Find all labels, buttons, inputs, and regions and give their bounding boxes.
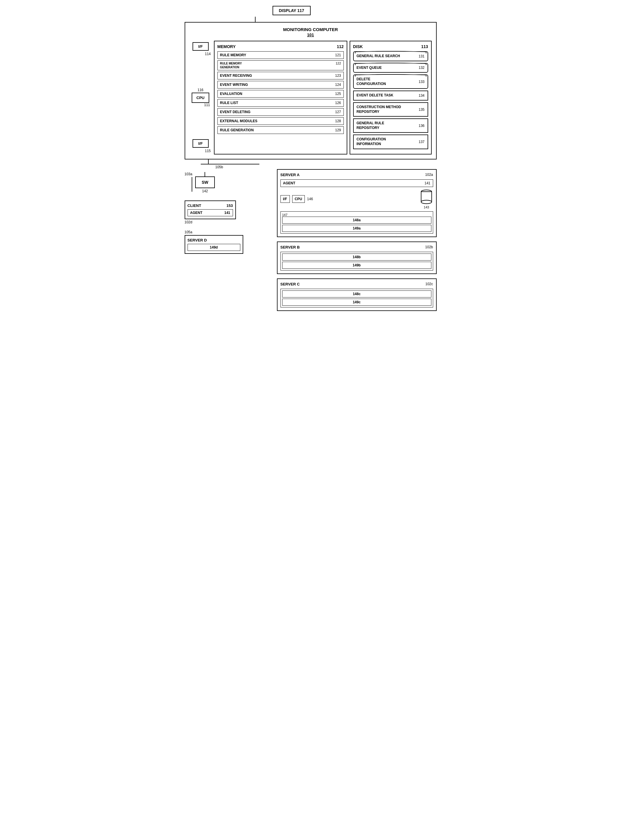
lower-left-panel: 103a SW 142 CLIENT (185, 169, 273, 311)
server-a-cpu: CPU (292, 195, 305, 203)
disk-item-event-queue: EVENT QUEUE 132 (353, 63, 428, 73)
rule-generation-num: 129 (335, 128, 341, 132)
if-bottom-label: I/F (198, 141, 203, 146)
disk-item-construction: CONSTRUCTION METHODREPOSITORY 135 (353, 102, 428, 117)
display-label: DISPLAY 117 (279, 8, 304, 13)
svg-point-2 (421, 200, 432, 204)
storage-148b: 148b (282, 254, 432, 260)
server-d-inner: 149d (188, 244, 240, 251)
label-142: 142 (202, 189, 208, 193)
delete-config-label: DELETECONFIGURATION (357, 77, 386, 86)
server-b-title: SERVER B (280, 245, 300, 250)
gen-rule-repo-label: GENERAL RULEREPOSITORY (357, 121, 384, 130)
client-label: CLIENT (188, 203, 201, 208)
server-a-ref: 102a (425, 173, 433, 177)
rule-list-num: 126 (335, 101, 341, 105)
memory-item-rule-gen: RULE MEMORYGENERATION 122 (217, 61, 344, 70)
gen-rule-search-num: 131 (418, 54, 424, 58)
server-c-title: SERVER C (280, 282, 300, 286)
sw-box: SW (195, 176, 215, 188)
memory-item-event-deleting: EVENT DELETING 127 (217, 108, 344, 116)
server-b-storage: 148b 149b (280, 252, 433, 271)
server-c-ref: 102c (425, 282, 433, 286)
cpu-num: 111 (204, 103, 210, 107)
client-agent-box: AGENT 141 (188, 209, 233, 216)
disk-item-event-delete-task: EVENT DELETE TASK 134 (353, 91, 428, 100)
server-a-storage-outer: 147 148a 149a (280, 211, 433, 234)
server-c-storage: 148c 149c (280, 289, 433, 307)
client-box: CLIENT 153 AGENT 141 (185, 200, 236, 219)
server-d-box: SERVER D 149d (185, 235, 243, 254)
storage-147-label: 147 (282, 213, 288, 216)
server-a-box: SERVER A 102a AGENT 141 I/F CPU (277, 169, 437, 237)
mc-title: MONITORING COMPUTER (189, 27, 432, 32)
rule-list-label: RULE LIST (220, 101, 238, 105)
storage-149c: 149c (282, 299, 432, 306)
lower-right-panel: SERVER A 102a AGENT 141 I/F CPU (273, 169, 437, 311)
monitoring-computer-box: MONITORING COMPUTER 101 I/F 114 116 (185, 22, 437, 159)
memory-item-event-writing: EVENT WRITING 124 (217, 81, 344, 89)
server-a-title: SERVER A (280, 173, 300, 177)
client-num: 153 (227, 203, 233, 208)
label-102d: 102d (185, 220, 273, 224)
external-label: EXTERNAL MODULES (220, 119, 257, 123)
delete-config-num: 133 (418, 80, 424, 84)
config-info-num: 137 (418, 140, 424, 144)
gen-rule-repo-num: 136 (418, 124, 424, 128)
server-a-agent-num: 141 (424, 181, 430, 185)
client-agent-label: AGENT (190, 211, 203, 215)
if-top-num: 114 (205, 52, 211, 56)
disk-item-delete-config: DELETECONFIGURATION 133 (353, 74, 428, 89)
lower-section: 103a SW 142 CLIENT (185, 169, 437, 311)
memory-item-rule-memory: RULE MEMORY 121 (217, 51, 344, 59)
server-a-agent-label: AGENT (283, 181, 295, 185)
disk-drum-icon (420, 189, 433, 206)
disk-143-label: 143 (424, 206, 429, 209)
evaluation-num: 125 (335, 92, 341, 96)
server-d-area: 105a SERVER D 149d (185, 230, 273, 254)
storage-148a: 148a (282, 216, 432, 224)
label-103a: 103a (185, 172, 192, 176)
disk-item-general-rule-search: GENERAL RULE SEARCH 131 (353, 51, 428, 61)
disk-item-general-rule-repo: GENERAL RULEREPOSITORY 136 (353, 118, 428, 133)
server-a-if: I/F (280, 195, 290, 203)
event-writing-num: 124 (335, 83, 341, 87)
server-d-title: SERVER D (188, 238, 240, 242)
disk-item-config-info: CONFIGURATIONINFORMATION 137 (353, 135, 428, 149)
event-delete-task-label: EVENT DELETE TASK (357, 93, 394, 98)
evaluation-label: EVALUATION (220, 92, 242, 96)
if-bottom-num: 115 (205, 149, 211, 153)
memory-box: MEMORY 112 RULE MEMORY 121 RULE MEMORYGE… (214, 41, 347, 154)
storage-149b: 149b (282, 262, 432, 269)
disk-number: 113 (421, 44, 428, 49)
server-c-box: SERVER C 102c 148c 149c (277, 278, 437, 311)
memory-item-event-recv: EVENT RECEIVING 123 (217, 72, 344, 79)
memory-item-evaluation: EVALUATION 125 (217, 90, 344, 98)
client-agent-num: 141 (224, 211, 230, 215)
memory-title: MEMORY (217, 44, 236, 49)
server-a-agent: AGENT 141 (280, 179, 433, 187)
config-info-label: CONFIGURATIONINFORMATION (357, 137, 386, 146)
rule-gen-label: RULE MEMORYGENERATION (220, 62, 242, 69)
event-deleting-label: EVENT DELETING (220, 110, 251, 114)
rule-memory-label: RULE MEMORY (220, 53, 247, 57)
disk-box: DISK 113 GENERAL RULE SEARCH 131 EVENT Q… (350, 41, 432, 154)
rule-generation-label: RULE GENERATION (220, 128, 254, 132)
diagram-wrapper: DISPLAY 117 MONITORING COMPUTER 101 I/F … (185, 6, 437, 311)
if-top-box: I/F (192, 42, 209, 51)
server-b-ref: 102b (425, 245, 433, 250)
disk-title: DISK (353, 44, 363, 49)
event-recv-num: 123 (335, 74, 341, 78)
cpu-146-label: 146 (307, 197, 313, 201)
event-delete-task-num: 134 (418, 94, 424, 98)
label-105b: 105b (215, 165, 223, 169)
mc-number: 101 (189, 33, 432, 37)
display-box: DISPLAY 117 (273, 6, 310, 15)
storage-148c: 148c (282, 291, 432, 298)
server-b-box: SERVER B 102b 148b 149b (277, 242, 437, 274)
if-top-section: I/F 114 (190, 42, 211, 56)
rule-memory-num: 121 (335, 53, 341, 57)
rule-gen-num: 122 (336, 62, 341, 69)
arrow-116-label: 116 (197, 88, 203, 92)
memory-item-rule-list: RULE LIST 126 (217, 99, 344, 107)
